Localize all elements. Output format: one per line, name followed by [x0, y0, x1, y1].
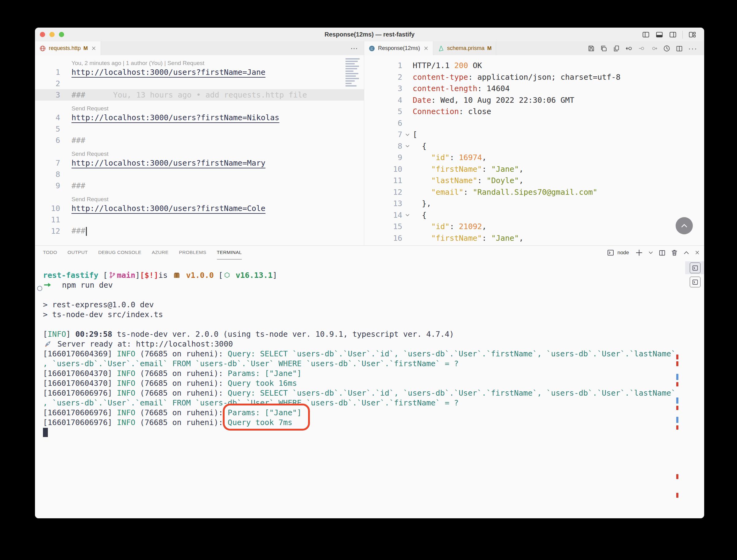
fold-chevron-icon[interactable] — [405, 212, 411, 218]
codelens[interactable]: Send Request — [35, 146, 364, 157]
next-change-icon[interactable] — [651, 45, 658, 52]
editor-line-12: 12### — [35, 225, 364, 237]
layout-sidebar-left-icon[interactable] — [642, 31, 650, 38]
more-tabs-icon[interactable]: ⋯ — [345, 44, 364, 53]
terminal-text: Query took 16ms — [228, 379, 297, 388]
panel-tab-output[interactable]: OUTPUT — [67, 246, 88, 260]
code-text: : Wed, 10 Aug 2022 22:30:06 GMT — [431, 96, 574, 105]
close-icon[interactable] — [695, 250, 700, 255]
minimap[interactable] — [345, 57, 361, 88]
plus-icon[interactable] — [635, 249, 643, 257]
code-text: : — [464, 188, 473, 197]
response-line-15: 15 "id": 21092, — [364, 221, 704, 232]
package-icon — [173, 271, 180, 279]
codelens[interactable]: Send Request — [35, 101, 364, 112]
terminal-text: INFO — [117, 379, 135, 388]
panel-tab-todo[interactable]: TODO — [43, 246, 57, 260]
code-text: { — [413, 142, 427, 151]
history-icon[interactable] — [663, 45, 670, 52]
copy-pages-icon[interactable] — [613, 45, 620, 52]
terminal-instance-node-icon[interactable] — [690, 263, 701, 273]
tab-bar-space — [101, 41, 345, 55]
code-text: , — [519, 165, 524, 174]
fold-chevron-icon[interactable] — [405, 132, 411, 138]
split-panel-icon[interactable] — [658, 249, 666, 256]
layout-panel-icon[interactable] — [655, 31, 663, 38]
codelens-text[interactable]: You, 2 minutes ago | 1 author (You) | Se… — [71, 60, 204, 67]
terminal-cursor — [43, 428, 48, 437]
terminal-text: [ — [43, 330, 48, 339]
response-line-5: 5Connection: close — [364, 106, 704, 117]
code-text — [413, 153, 431, 162]
panel-tab-debug-console[interactable]: DEBUG CONSOLE — [98, 246, 141, 260]
editor-line-7: 7http://localhost:3000/users?firstName=M… — [35, 157, 364, 169]
terminal-text: Query: SELECT `users-db`.`User`.`id`, `u… — [228, 349, 676, 358]
panel-tab-problems[interactable]: PROBLEMS — [179, 246, 206, 260]
prev-change-icon[interactable] — [638, 45, 645, 52]
terminal-text: INFO — [117, 408, 135, 417]
code-text — [413, 188, 431, 197]
tab-close-icon[interactable] — [91, 46, 96, 51]
layout-sidebar-right-icon[interactable] — [669, 31, 677, 38]
trash-icon[interactable] — [671, 249, 678, 256]
command-decoration-icon[interactable] — [37, 286, 42, 291]
response-line-11: 11 "lastName": "Doyle", — [364, 175, 704, 186]
tab-close-icon[interactable] — [424, 46, 429, 51]
tab-label: schema.prisma — [447, 45, 485, 52]
line-number: 1 — [35, 68, 60, 77]
minimize-window-button[interactable] — [49, 32, 55, 37]
more-actions-icon[interactable]: ··· — [688, 47, 697, 50]
request-url-link[interactable]: http://localhost:3000/users?firstName=Ni… — [71, 113, 279, 122]
terminal-instance-node-2-icon[interactable] — [690, 277, 701, 287]
annotation-highlight — [223, 404, 310, 431]
close-window-button[interactable] — [40, 32, 45, 37]
terminal-tabs-strip — [686, 259, 704, 518]
open-changes-icon[interactable] — [625, 45, 633, 52]
customize-layout-icon[interactable] — [688, 31, 696, 38]
code-text: Date — [413, 96, 431, 105]
terminal-text: [ — [214, 271, 223, 280]
line-number: 1 — [364, 61, 402, 70]
codelens-text[interactable]: Send Request — [71, 196, 108, 203]
request-url-link[interactable]: http://localhost:3000/users?firstName=Ja… — [71, 68, 265, 77]
line-number: 16 — [364, 234, 402, 243]
vscode-window: Response(12ms) — rest-fastify requests.h… — [35, 28, 704, 518]
request-url-link[interactable]: http://localhost:3000/users?firstName=Ma… — [71, 159, 265, 167]
response-line-1: 1HTTP/1.1 200 OK — [364, 60, 704, 71]
tab-response-12ms-[interactable]: Response(12ms) — [364, 41, 433, 55]
scroll-to-top-button[interactable] — [676, 217, 693, 234]
fold-chevron-icon[interactable] — [405, 143, 411, 149]
editor-line-5: 5 — [35, 123, 364, 135]
maximize-window-button[interactable] — [59, 32, 64, 37]
codelens-text[interactable]: Send Request — [71, 105, 108, 112]
response-line-14: 14 { — [364, 209, 704, 221]
chevron-up-icon[interactable] — [683, 249, 690, 256]
chevron-down-icon[interactable] — [648, 250, 654, 255]
terminal-line — [43, 319, 683, 329]
tab-schema-prisma[interactable]: schema.prismaM — [433, 41, 496, 55]
terminal-box-icon[interactable] — [607, 249, 614, 256]
code-text — [413, 234, 431, 243]
save-all-icon[interactable] — [600, 45, 608, 52]
save-icon[interactable] — [588, 45, 595, 52]
rocket-icon — [44, 340, 52, 348]
editor-line-11: 11 — [35, 214, 364, 225]
code-text: , — [519, 176, 524, 185]
codelens-text[interactable]: Send Request — [71, 151, 108, 157]
response-line-3: 3content-length: 14604 — [364, 83, 704, 94]
codelens[interactable]: You, 2 minutes ago | 1 author (You) | Se… — [35, 55, 364, 67]
tab-requests-http[interactable]: requests.httpM — [35, 41, 101, 55]
terminal-text: [1660170604370] — [43, 379, 117, 388]
editor-line-9: 9### — [35, 180, 364, 191]
code-text: "Jane" — [491, 165, 519, 174]
request-url-link[interactable]: http://localhost:3000/users?firstName=Co… — [71, 204, 265, 213]
terminal-text: ts-node-dev ver. 2.0.0 (using ts-node ve… — [112, 330, 454, 339]
terminal-text: Query: SELECT `users-db`.`User`.`id`, `u… — [228, 389, 676, 397]
codelens[interactable]: Send Request — [35, 191, 364, 203]
split-editor-icon[interactable] — [676, 45, 683, 52]
panel-tab-azure[interactable]: AZURE — [152, 246, 169, 260]
overview-ruler-mark — [676, 493, 678, 498]
code-text: }, — [413, 199, 431, 208]
code-text: "email" — [431, 188, 463, 197]
panel-tab-terminal[interactable]: TERMINAL — [217, 246, 242, 260]
